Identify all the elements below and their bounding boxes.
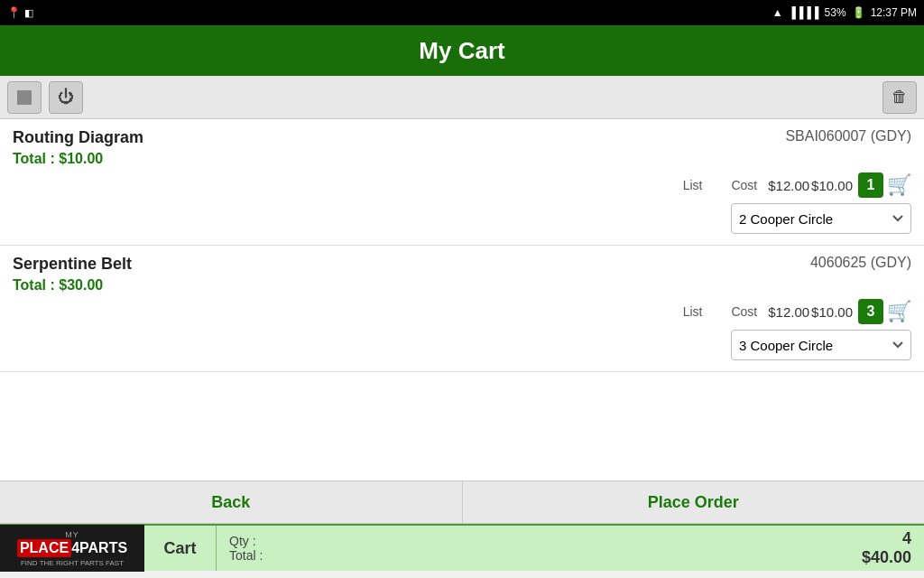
logo-number: 4 bbox=[71, 540, 79, 556]
cart-label: Cart bbox=[163, 539, 196, 558]
list-label-0: List bbox=[683, 178, 703, 192]
trash-icon: 🗑 bbox=[892, 88, 908, 107]
wifi-icon: ▲ bbox=[772, 6, 783, 19]
logo-place: PLACE bbox=[17, 539, 71, 557]
cart-icon-1: 🛒 bbox=[887, 300, 911, 323]
qty-badge-0: 1 bbox=[858, 172, 883, 198]
list-price-1: $12.00 bbox=[768, 304, 809, 320]
cart-item-1: Serpentine Belt 4060625 (GDY) Total : $3… bbox=[0, 246, 924, 372]
status-bar: 📍 ◧ ▲ ▐▐▐▐ 53% 🔋 12:37 PM bbox=[0, 0, 924, 25]
cart-list: Routing Diagram SBAI060007 (GDY) Total :… bbox=[0, 119, 924, 480]
battery-text: 53% bbox=[825, 6, 846, 19]
cart-item-0-pricing: List Cost $12.00 $10.00 1 🛒 bbox=[13, 172, 911, 198]
cart-total-label: Total : bbox=[229, 548, 849, 563]
toolbar-right: 🗑 bbox=[882, 81, 917, 114]
list-label-1: List bbox=[683, 304, 703, 319]
cart-item-0-sku: SBAI060007 (GDY) bbox=[785, 128, 911, 144]
power-icon: ⏻ bbox=[58, 88, 74, 107]
power-button[interactable]: ⏻ bbox=[49, 81, 83, 114]
cart-item-0-name: Routing Diagram bbox=[13, 128, 143, 147]
signal-icon: ▐▐▐▐ bbox=[789, 6, 819, 19]
cost-price-0: $10.00 bbox=[811, 178, 853, 193]
cost-label-0: Cost bbox=[731, 178, 757, 192]
cart-summary: Qty : Total : bbox=[217, 528, 862, 568]
cart-item-1-sku: 4060625 (GDY) bbox=[810, 255, 911, 271]
cost-label-1: Cost bbox=[731, 304, 757, 319]
location-select-wrapper-0: 1 Cooper Circle 2 Cooper Circle 3 Cooper… bbox=[731, 203, 911, 234]
cost-price-1: $10.00 bbox=[811, 304, 853, 320]
cart-summary-right: 4 $40.00 bbox=[862, 529, 924, 567]
location-dropdown-1: 1 Cooper Circle 2 Cooper Circle 3 Cooper… bbox=[13, 330, 911, 360]
location-dropdown-0: 1 Cooper Circle 2 Cooper Circle 3 Cooper… bbox=[13, 203, 911, 234]
location-select-0[interactable]: 1 Cooper Circle 2 Cooper Circle 3 Cooper… bbox=[731, 203, 911, 234]
app-header: My Cart bbox=[0, 25, 924, 76]
status-icons-right: ▲ ▐▐▐▐ 53% 🔋 12:37 PM bbox=[772, 6, 917, 19]
location-icon: 📍 bbox=[7, 6, 21, 19]
logo-my: MY bbox=[17, 530, 127, 539]
cart-total-value: $40.00 bbox=[862, 548, 911, 567]
cart-item-1-total: Total : $30.00 bbox=[13, 277, 911, 294]
toolbar: ⏻ 🗑 bbox=[0, 76, 924, 119]
stop-icon bbox=[17, 90, 32, 105]
cart-label-area: Cart bbox=[144, 526, 217, 571]
delete-button[interactable]: 🗑 bbox=[882, 81, 917, 114]
cart-item-0-total: Total : $10.00 bbox=[13, 151, 911, 167]
cart-bar: MY PLACE 4 PARTS FIND THE RIGHT PARTS FA… bbox=[0, 524, 924, 571]
cart-item-0: Routing Diagram SBAI060007 (GDY) Total :… bbox=[0, 119, 924, 246]
list-price-0: $12.00 bbox=[768, 178, 809, 193]
back-button[interactable]: Back bbox=[0, 481, 463, 523]
location-select-wrapper-1: 1 Cooper Circle 2 Cooper Circle 3 Cooper… bbox=[731, 330, 911, 360]
stop-button[interactable] bbox=[7, 81, 42, 114]
cart-qty-value: 4 bbox=[902, 529, 911, 548]
status-icons-left: 📍 ◧ bbox=[7, 6, 33, 19]
cart-qty-label: Qty : bbox=[229, 534, 849, 548]
battery-icon: 🔋 bbox=[852, 6, 865, 19]
cart-item-1-pricing: List Cost $12.00 $10.00 3 🛒 bbox=[13, 299, 911, 324]
cart-item-1-header: Serpentine Belt 4060625 (GDY) bbox=[13, 255, 911, 274]
cart-icon-0: 🛒 bbox=[887, 173, 911, 197]
cart-item-1-name: Serpentine Belt bbox=[13, 255, 132, 274]
qty-badge-1: 3 bbox=[858, 299, 883, 324]
page-title: My Cart bbox=[419, 37, 504, 65]
logo-sub: FIND THE RIGHT PARTS FAST bbox=[17, 559, 127, 567]
place-order-button[interactable]: Place Order bbox=[463, 481, 925, 523]
toolbar-left: ⏻ bbox=[7, 81, 83, 114]
logo: MY PLACE 4 PARTS FIND THE RIGHT PARTS FA… bbox=[0, 525, 144, 572]
logo-main: PLACE 4 PARTS bbox=[17, 539, 127, 557]
time-display: 12:37 PM bbox=[871, 6, 917, 19]
nfc-icon: ◧ bbox=[24, 7, 33, 19]
location-select-1[interactable]: 1 Cooper Circle 2 Cooper Circle 3 Cooper… bbox=[731, 330, 911, 360]
cart-item-0-header: Routing Diagram SBAI060007 (GDY) bbox=[13, 128, 911, 147]
action-bar: Back Place Order bbox=[0, 480, 924, 524]
logo-parts: PARTS bbox=[79, 540, 127, 556]
